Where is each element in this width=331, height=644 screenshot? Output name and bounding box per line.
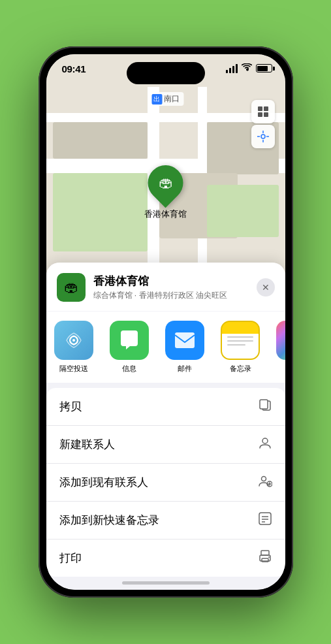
status-time: 09:41 [62,63,86,74]
share-item-airdrop[interactable]: 隔空投送 [46,321,102,374]
notes-label: 备忘录 [230,364,251,374]
mail-icon [165,321,204,360]
map-location-button[interactable] [251,125,275,148]
svg-rect-1 [264,106,268,111]
pin-label: 香港体育馆 [144,208,187,220]
status-icons [226,63,272,73]
map-controls [251,100,275,148]
notes-icon [221,321,260,360]
map-layers-button[interactable] [251,100,275,123]
action-copy[interactable]: 拷贝 [46,388,285,426]
svg-rect-0 [258,106,262,111]
svg-rect-2 [258,112,262,117]
wifi-icon [242,63,252,73]
messages-label: 信息 [122,364,136,374]
svg-rect-19 [259,513,271,524]
print-icon [258,549,272,567]
svg-point-15 [261,477,266,481]
svg-point-14 [262,438,268,443]
add-existing-icon [258,474,272,491]
map-badge: 出 [151,94,162,105]
messages-icon [110,321,149,360]
share-item-more[interactable]: 推 [268,321,285,374]
venue-name: 香港体育馆 [93,274,249,289]
share-item-messages[interactable]: 信息 [102,321,157,374]
map-label-north: 出 南口 [148,92,183,106]
airdrop-label: 隔空投送 [59,364,88,374]
svg-point-4 [261,135,265,138]
venue-desc: 综合体育馆 · 香港特别行政区 油尖旺区 [93,290,249,301]
svg-rect-11 [175,332,195,348]
location-pin: 🏟 香港体育馆 [144,165,187,220]
action-quick-note-label: 添加到新快速备忘录 [59,513,159,528]
action-print[interactable]: 打印 [46,539,285,577]
airdrop-icon [54,321,93,360]
share-row: 隔空投送 信息 [46,312,285,383]
action-new-contact-label: 新建联系人 [59,437,115,452]
action-print-label: 打印 [59,551,82,566]
battery-icon [256,64,272,72]
share-item-mail[interactable]: 邮件 [157,321,213,374]
signal-icon [226,64,238,73]
venue-info: 香港体育馆 综合体育馆 · 香港特别行政区 油尖旺区 [93,274,249,301]
mail-label: 邮件 [178,364,192,374]
venue-logo: 🏟 [57,273,86,302]
svg-rect-23 [261,551,269,555]
venue-logo-icon: 🏟 [64,279,78,296]
action-list: 拷贝 新建联系人 [46,388,285,577]
dynamic-island [127,62,205,84]
phone-screen: 09:41 [46,54,285,590]
svg-rect-13 [260,400,268,409]
svg-point-10 [72,339,75,342]
action-add-existing[interactable]: 添加到现有联系人 [46,464,285,502]
action-copy-label: 拷贝 [59,399,82,414]
svg-rect-3 [264,112,268,117]
share-item-notes[interactable]: 备忘录 [213,321,268,374]
pin-body: 🏟 [140,158,190,208]
svg-rect-25 [262,558,268,562]
action-new-contact[interactable]: 新建联系人 [46,426,285,464]
action-quick-note[interactable]: 添加到新快速备忘录 [46,502,285,539]
new-contact-icon [258,436,272,453]
more-icon [276,321,285,360]
action-add-existing-label: 添加到现有联系人 [59,475,148,490]
close-button[interactable]: ✕ [257,278,275,297]
quick-note-icon [258,511,272,529]
copy-icon [258,398,272,415]
phone-frame: 09:41 [39,46,293,598]
bottom-sheet: 🏟 香港体育馆 综合体育馆 · 香港特别行政区 油尖旺区 ✕ [46,263,285,590]
svg-point-26 [268,556,270,558]
home-indicator [122,581,210,585]
pin-icon: 🏟 [159,174,173,191]
venue-header: 🏟 香港体育馆 综合体育馆 · 香港特别行政区 油尖旺区 ✕ [46,263,285,311]
